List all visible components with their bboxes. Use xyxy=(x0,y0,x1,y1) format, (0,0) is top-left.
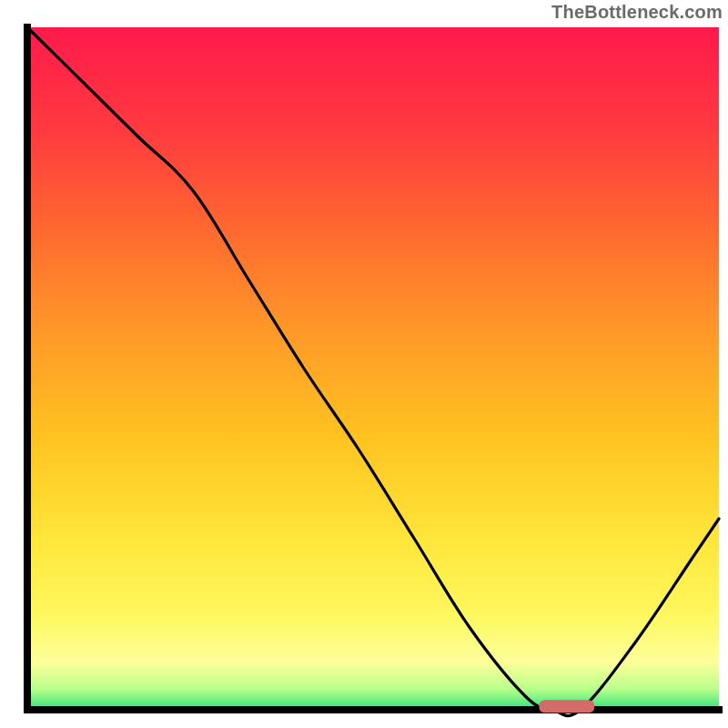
watermark-text: TheBottleneck.com xyxy=(551,2,723,23)
bottleneck-chart xyxy=(0,0,728,728)
chart-frame: TheBottleneck.com xyxy=(0,0,728,728)
optimum-marker xyxy=(539,700,594,713)
